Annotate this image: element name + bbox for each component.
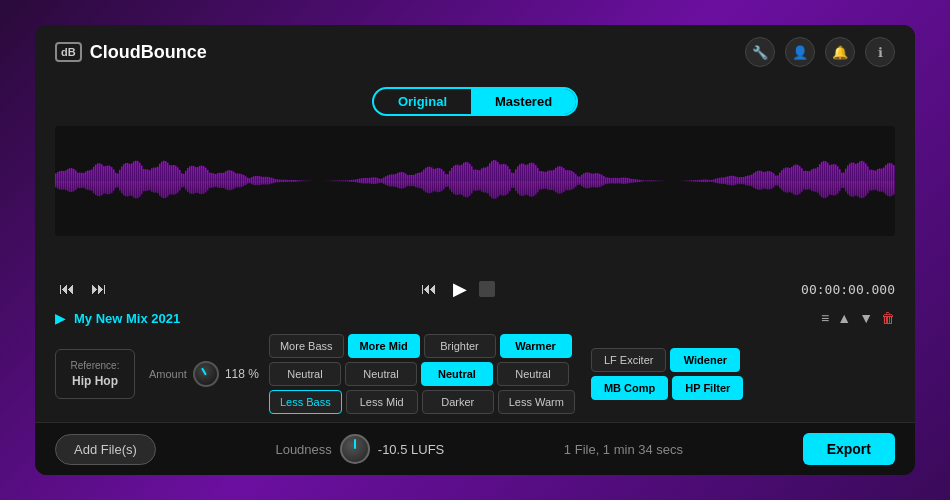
toggle-container: Original Mastered <box>35 79 915 120</box>
track-icons: ≡ ▲ ▼ 🗑 <box>821 310 895 326</box>
eq-row-1: More Bass More Mid Brighter Warmer <box>269 334 575 358</box>
skip-forward-btn[interactable]: ⏭ <box>87 278 111 300</box>
settings-icon-btn[interactable]: 🔧 <box>745 37 775 67</box>
waveform-canvas <box>55 126 895 236</box>
eq-row-2: Neutral Neutral Neutral Neutral <box>269 362 575 386</box>
more-mid-btn[interactable]: More Mid <box>348 334 420 358</box>
loudness-knob[interactable] <box>340 434 370 464</box>
waveform-area <box>35 120 915 272</box>
footer: Add File(s) Loudness -10.5 LUFS 1 File, … <box>35 422 915 475</box>
mastered-toggle[interactable]: Mastered <box>471 89 576 114</box>
transport-center: ⏮ ▶ <box>417 278 495 300</box>
stop-button[interactable] <box>479 281 495 297</box>
logo: dB CloudBounce <box>55 42 207 63</box>
amount-group: Amount 118 % <box>149 361 259 387</box>
info-icon: ℹ <box>878 45 883 60</box>
transport-controls: ⏮ ⏭ ⏮ ▶ 00:00:00.000 <box>35 272 915 306</box>
track-name: My New Mix 2021 <box>74 311 813 326</box>
waveform-container[interactable] <box>55 126 895 236</box>
more-bass-btn[interactable]: More Bass <box>269 334 344 358</box>
fx-row-2: MB Comp HP Filter <box>591 376 743 400</box>
bell-icon: 🔔 <box>832 45 848 60</box>
down-icon[interactable]: ▼ <box>859 310 873 326</box>
amount-value: 118 % <box>225 367 259 381</box>
darker-btn[interactable]: Darker <box>422 390 494 414</box>
less-bass-btn[interactable]: Less Bass <box>269 390 342 414</box>
neutral-bass-btn[interactable]: Neutral <box>269 362 341 386</box>
less-warm-btn[interactable]: Less Warm <box>498 390 575 414</box>
info-icon-btn[interactable]: ℹ <box>865 37 895 67</box>
play-button[interactable]: ▶ <box>453 278 467 300</box>
loudness-group: Loudness -10.5 LUFS <box>275 434 444 464</box>
reference-box: Reference: Hip Hop <box>55 349 135 399</box>
amount-knob[interactable] <box>193 361 219 387</box>
bell-icon-btn[interactable]: 🔔 <box>825 37 855 67</box>
sliders-icon[interactable]: ≡ <box>821 310 829 326</box>
warmer-btn[interactable]: Warmer <box>500 334 572 358</box>
time-display: 00:00:00.000 <box>801 282 895 297</box>
header-icons: 🔧 👤 🔔 ℹ <box>745 37 895 67</box>
loudness-value: -10.5 LUFS <box>378 442 444 457</box>
user-icon-btn[interactable]: 👤 <box>785 37 815 67</box>
neutral-warm-btn[interactable]: Neutral <box>497 362 569 386</box>
fx-row-1: LF Exciter Widener <box>591 348 743 372</box>
loudness-label: Loudness <box>275 442 331 457</box>
file-info: 1 File, 1 min 34 secs <box>564 442 683 457</box>
neutral-mid-btn[interactable]: Neutral <box>345 362 417 386</box>
amount-label: Amount <box>149 368 187 380</box>
app-title: CloudBounce <box>90 42 207 63</box>
original-toggle[interactable]: Original <box>374 89 471 114</box>
neutral-bright-btn[interactable]: Neutral <box>421 362 493 386</box>
add-files-button[interactable]: Add File(s) <box>55 434 156 465</box>
reference-label: Reference: <box>71 360 120 371</box>
playback-toggle: Original Mastered <box>372 87 578 116</box>
export-button[interactable]: Export <box>803 433 895 465</box>
delete-icon[interactable]: 🗑 <box>881 310 895 326</box>
hp-filter-btn[interactable]: HP Filter <box>672 376 743 400</box>
up-icon[interactable]: ▲ <box>837 310 851 326</box>
fx-buttons-group: LF Exciter Widener MB Comp HP Filter <box>591 348 743 400</box>
track-row: ▶ My New Mix 2021 ≡ ▲ ▼ 🗑 <box>35 306 915 330</box>
widener-btn[interactable]: Widener <box>670 348 740 372</box>
eq-row-3: Less Bass Less Mid Darker Less Warm <box>269 390 575 414</box>
app-window: dB CloudBounce 🔧 👤 🔔 ℹ Original Mastered <box>35 25 915 475</box>
controls-panel: Reference: Hip Hop Amount 118 % More Bas… <box>35 330 915 422</box>
reference-value: Hip Hop <box>72 374 118 388</box>
mb-comp-btn[interactable]: MB Comp <box>591 376 668 400</box>
header: dB CloudBounce 🔧 👤 🔔 ℹ <box>35 25 915 79</box>
prev-btn[interactable]: ⏮ <box>417 278 441 300</box>
track-play-btn[interactable]: ▶ <box>55 310 66 326</box>
wrench-icon: 🔧 <box>752 45 768 60</box>
lf-exciter-btn[interactable]: LF Exciter <box>591 348 667 372</box>
brighter-btn[interactable]: Brighter <box>424 334 496 358</box>
user-icon: 👤 <box>792 45 808 60</box>
eq-buttons-grid: More Bass More Mid Brighter Warmer Neutr… <box>269 334 575 414</box>
logo-badge: dB <box>55 42 82 62</box>
skip-to-start-btn[interactable]: ⏮ <box>55 278 79 300</box>
less-mid-btn[interactable]: Less Mid <box>346 390 418 414</box>
